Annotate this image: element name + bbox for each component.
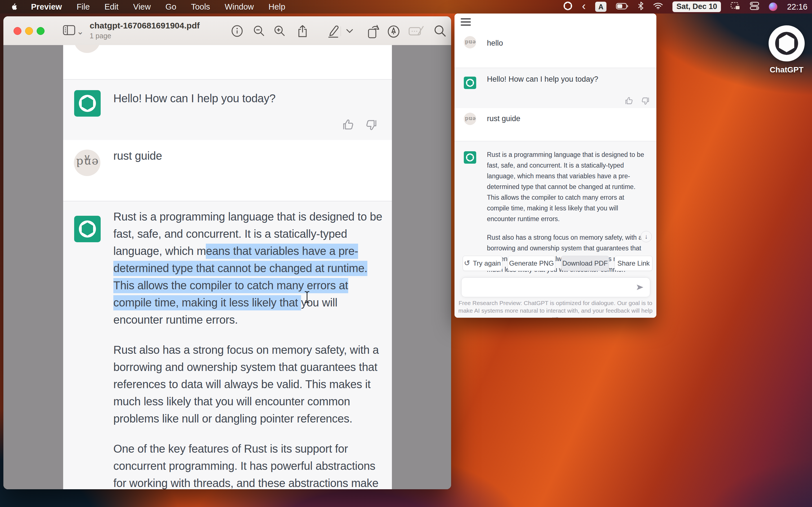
pdf-row-user-prompt: V end rust guide — [63, 140, 392, 201]
download-pdf-button[interactable]: Download PDF — [561, 256, 609, 271]
user-message-text: hello — [487, 39, 503, 48]
assistant-answer-text: Rust is a programming language that is d… — [113, 208, 382, 489]
avatar-glyph: end — [465, 40, 476, 45]
menu-clock[interactable]: 22:16 — [787, 2, 808, 11]
user-avatar: end — [74, 45, 100, 53]
pdf-row-assistant-greeting: Hello! How can I help you today? — [63, 79, 392, 141]
download-pdf-label: Download PDF — [562, 260, 608, 267]
minimize-button[interactable] — [25, 27, 33, 35]
feedback-icons — [342, 119, 377, 130]
footer-disclaimer: Free Research Preview: ChatGPT is optimi… — [455, 299, 656, 318]
avatar-glyph: end — [465, 116, 476, 122]
menu-tools[interactable]: Tools — [191, 2, 210, 11]
close-button[interactable] — [13, 27, 21, 35]
proxy-chevron-icon[interactable]: ⌄ — [77, 26, 84, 36]
pdf-page: end Hello! How can I help you today? — [63, 45, 392, 489]
feedback-icons — [625, 97, 650, 105]
apple-menu[interactable] — [10, 2, 18, 12]
text-annotation-button[interactable] — [409, 25, 424, 38]
zoom-in-button[interactable] — [273, 25, 286, 37]
app-menu-items: Preview File Edit View Go Tools Window H… — [31, 2, 285, 11]
assistant-greeting-text: Hello! How can I help you today? — [487, 75, 598, 83]
try-again-button[interactable]: ↺ Try again — [463, 256, 502, 271]
chatgpt-app-icon — [769, 25, 805, 61]
answer-paragraph: Rust is a programming language that is d… — [487, 149, 644, 224]
annotate-pen-button[interactable] — [387, 25, 400, 38]
menu-help[interactable]: Help — [268, 2, 285, 11]
openai-logo-icon — [79, 220, 96, 238]
down-arrow-icon: ↓ — [645, 233, 648, 240]
thumbs-down-icon[interactable] — [365, 119, 377, 130]
chat-row-user2: end rust guide — [455, 108, 656, 141]
control-center-icon[interactable] — [750, 2, 759, 12]
user-prompt-text: rust guide — [113, 147, 162, 165]
thumbs-down-icon[interactable] — [641, 97, 650, 105]
apple-icon — [10, 2, 18, 12]
bluetooth-icon[interactable] — [638, 2, 644, 12]
openai-logo-icon — [466, 153, 474, 162]
menu-view[interactable]: View — [133, 2, 151, 11]
answer-paragraph: One of the key features of Rust is its s… — [113, 440, 382, 489]
rotate-button[interactable] — [366, 25, 380, 38]
share-link-label: Share Link — [617, 260, 650, 267]
answer-paragraph: Rust also has a strong focus on memory s… — [113, 341, 382, 427]
menu-bar: Preview File Edit View Go Tools Window H… — [0, 0, 812, 13]
message-input[interactable] — [461, 277, 650, 297]
share-button[interactable] — [296, 25, 309, 38]
pdf-row-assistant-answer: Rust is a programming language that is d… — [63, 201, 392, 489]
chatgpt-window: end hello Hello! How can I help you toda… — [455, 13, 656, 318]
preview-window: ⌄ chatgpt-1670681691904.pdf 1 page — [3, 16, 451, 489]
generate-png-button[interactable]: Generate PNG — [508, 256, 555, 271]
battery-icon[interactable] — [616, 2, 628, 11]
desktop-icon-label: ChatGPT — [769, 65, 805, 74]
try-again-label: Try again — [473, 260, 501, 267]
chatgpt-desktop-icon[interactable]: ChatGPT — [769, 25, 805, 74]
siri-icon[interactable] — [769, 3, 777, 11]
toolbar-divider — [341, 26, 341, 36]
openai-status-icon[interactable] — [563, 1, 572, 12]
avatar-glyph: end — [75, 45, 98, 45]
menu-preview[interactable]: Preview — [31, 2, 62, 11]
preview-titlebar[interactable]: ⌄ chatgpt-1670681691904.pdf 1 page — [3, 16, 451, 45]
scroll-to-bottom-button[interactable]: ↓ — [641, 231, 652, 242]
wifi-icon[interactable] — [653, 2, 663, 11]
markup-button[interactable] — [325, 25, 340, 38]
sidebar-toggle-icon[interactable] — [63, 24, 75, 37]
user-avatar: end — [464, 113, 476, 125]
refresh-icon: ↺ — [464, 259, 470, 268]
thumbs-up-icon[interactable] — [625, 97, 633, 105]
chatgpt-avatar — [464, 151, 476, 164]
screen-mirroring-icon[interactable] — [730, 2, 740, 12]
back-chevron-icon[interactable]: ‹ — [582, 2, 586, 10]
pdf-viewport[interactable]: end Hello! How can I help you today? — [3, 45, 451, 489]
chat-header — [455, 13, 656, 32]
assistant-greeting-text: Hello! How can I help you today? — [113, 90, 275, 107]
generate-png-label: Generate PNG — [509, 260, 554, 267]
menu-edit[interactable]: Edit — [104, 2, 118, 11]
text-cursor — [304, 291, 310, 304]
zoom-button[interactable] — [37, 27, 45, 35]
markup-chevron-icon[interactable] — [346, 29, 353, 33]
user-avatar: V end — [74, 150, 100, 176]
thumbs-up-icon[interactable] — [342, 119, 354, 130]
menu-go[interactable]: Go — [165, 2, 176, 11]
menu-file[interactable]: File — [77, 2, 90, 11]
hamburger-menu-icon[interactable] — [461, 18, 471, 27]
send-icon[interactable] — [636, 283, 644, 292]
page-count: 1 page — [90, 32, 200, 40]
window-title-block: chatgpt-1670681691904.pdf 1 page — [90, 21, 200, 40]
search-button[interactable] — [434, 25, 447, 38]
menu-date[interactable]: Sat, Dec 10 — [672, 1, 721, 12]
avatar-glyph: end — [75, 157, 98, 168]
desktop: Preview File Edit View Go Tools Window H… — [0, 0, 812, 507]
zoom-out-button[interactable] — [253, 25, 266, 37]
chatgpt-avatar — [74, 216, 101, 242]
menu-window[interactable]: Window — [225, 2, 254, 11]
chatgpt-avatar — [464, 76, 476, 89]
window-title: chatgpt-1670681691904.pdf — [90, 21, 200, 31]
input-source-menu[interactable]: A — [595, 2, 606, 12]
share-link-button[interactable]: Share Link — [615, 256, 652, 271]
info-button[interactable] — [231, 25, 244, 37]
user-avatar: end — [464, 36, 476, 48]
status-cluster: ‹ A Sat, Dec 10 22:16 — [563, 0, 808, 13]
